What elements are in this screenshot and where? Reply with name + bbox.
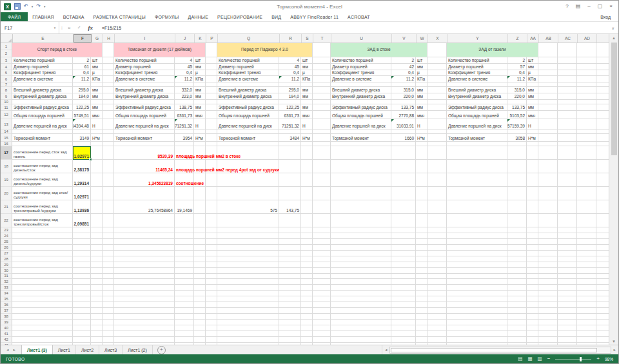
cell-AD22[interactable]: [577, 214, 596, 227]
cell-T41[interactable]: [313, 331, 331, 337]
cell-AA40[interactable]: [527, 325, 538, 331]
cell-R17[interactable]: [279, 146, 301, 160]
cell-AC28[interactable]: [558, 256, 577, 262]
cell-Y8[interactable]: Внешний диаметр диска: [447, 87, 507, 93]
cell-R4[interactable]: 45: [279, 64, 301, 70]
cell-AB23[interactable]: [538, 227, 558, 233]
cell-X25[interactable]: [427, 239, 447, 245]
cell-Y23[interactable]: [447, 227, 507, 233]
cell-H39[interactable]: [103, 320, 114, 325]
cell-AB24[interactable]: [538, 233, 558, 239]
cell-U40[interactable]: [331, 325, 391, 331]
cell-X4[interactable]: [427, 64, 447, 70]
cell-AC8[interactable]: [558, 87, 577, 93]
cell-T37[interactable]: [313, 308, 331, 314]
cell-AB22[interactable]: [538, 214, 558, 227]
cell-AB4[interactable]: [538, 64, 558, 70]
cell-AB11[interactable]: [538, 104, 558, 111]
cell-R33[interactable]: [279, 285, 301, 291]
row-header-16[interactable]: 16: [1, 142, 12, 146]
cell-E32[interactable]: [12, 279, 73, 285]
cell-Q31[interactable]: [217, 274, 279, 280]
sheet-tab-лист1[interactable]: Лист1: [53, 345, 76, 354]
cell-W16[interactable]: [416, 142, 427, 146]
cell-G18[interactable]: [91, 160, 103, 173]
cell-T24[interactable]: [313, 233, 331, 239]
cell-AC16[interactable]: [558, 142, 577, 146]
cell-T16[interactable]: [313, 142, 331, 146]
cell-Z3[interactable]: 2: [507, 57, 527, 64]
cell-J31[interactable]: [175, 274, 194, 280]
cell-S27[interactable]: [301, 251, 313, 256]
cell-V9[interactable]: 220,0: [391, 93, 416, 100]
cell-G15[interactable]: Н*м: [91, 134, 103, 142]
row-header-36[interactable]: 36: [1, 302, 12, 308]
cell-AD42[interactable]: [577, 337, 596, 343]
cell-Z12[interactable]: 5103,52: [507, 111, 527, 119]
cell-AB27[interactable]: [538, 251, 558, 256]
cell-AA24[interactable]: [527, 233, 538, 239]
cell-W20[interactable]: [416, 187, 427, 200]
cell-U10[interactable]: [331, 100, 391, 104]
cell-X42[interactable]: [427, 337, 447, 343]
cell-T22[interactable]: [313, 214, 331, 227]
cell-R20[interactable]: [279, 187, 301, 200]
col-header-U[interactable]: U: [331, 34, 392, 43]
cell-AD40[interactable]: [577, 325, 596, 331]
cell-I42[interactable]: [114, 337, 175, 343]
cell-Q41[interactable]: [217, 331, 279, 337]
cell-AC17[interactable]: [558, 146, 577, 160]
cell-G22[interactable]: [91, 214, 103, 227]
cell-Q10[interactable]: [217, 100, 279, 104]
col-header-Y[interactable]: Y: [447, 34, 508, 43]
cell-V38[interactable]: [391, 314, 416, 320]
cell-Y14[interactable]: [447, 129, 507, 134]
cell-J7[interactable]: [175, 82, 194, 87]
cell-Q13[interactable]: Давление поршней на диск: [217, 119, 279, 129]
cell-E29[interactable]: [12, 262, 73, 268]
cell-E22[interactable]: соотношение перед зад трехлитровый/сток: [12, 214, 73, 227]
cell-AA43[interactable]: [527, 343, 538, 345]
horizontal-scrollbar[interactable]: ◄ ►: [382, 345, 618, 354]
cell-AD16[interactable]: [577, 142, 596, 146]
cell-T31[interactable]: [313, 274, 331, 280]
cell-U8[interactable]: Внешний диаметр диска: [331, 87, 391, 93]
cell-T29[interactable]: [313, 262, 331, 268]
row-header-28[interactable]: 28: [1, 256, 12, 262]
row-header-33[interactable]: 33: [1, 285, 12, 291]
cell-U29[interactable]: [331, 262, 391, 268]
cell-AB34[interactable]: [538, 291, 558, 296]
cell-K9[interactable]: мм: [194, 93, 206, 100]
view-page-layout-icon[interactable]: ▦: [527, 356, 532, 361]
cell-I26[interactable]: [114, 245, 175, 251]
cell-J13[interactable]: 71251,32: [175, 119, 194, 129]
cell-H9[interactable]: [103, 93, 114, 100]
ribbon-tab-вставка[interactable]: ВСТАВКА: [59, 12, 89, 21]
cell-AD10[interactable]: [577, 100, 596, 104]
col-header-I[interactable]: I: [115, 34, 175, 43]
row-header-10[interactable]: 10: [1, 100, 12, 104]
cell-S39[interactable]: [301, 320, 313, 325]
cell-AA13[interactable]: Н: [527, 119, 538, 129]
cell-H15[interactable]: [103, 134, 114, 142]
cell-P8[interactable]: [206, 87, 217, 93]
cell-AC34[interactable]: [558, 291, 577, 296]
cell-J19[interactable]: соотношение: [175, 173, 194, 187]
cell-V16[interactable]: [391, 142, 416, 146]
cell-W30[interactable]: [416, 268, 427, 274]
cell-U19[interactable]: [331, 173, 391, 187]
cell-H32[interactable]: [103, 279, 114, 285]
cell-E19[interactable]: соотношение перед зад дизель/судзуки: [12, 173, 73, 187]
cell-Z32[interactable]: [507, 279, 527, 285]
cell-AB26[interactable]: [538, 245, 558, 251]
cell-AD28[interactable]: [577, 256, 596, 262]
cell-U32[interactable]: [331, 279, 391, 285]
cell-Z9[interactable]: 220,0: [507, 93, 527, 100]
cell-R24[interactable]: [279, 233, 301, 239]
cell-R26[interactable]: [279, 245, 301, 251]
cell-X26[interactable]: [427, 245, 447, 251]
cell-Q12[interactable]: Общая площадь поршней: [217, 111, 279, 119]
cell-AB14[interactable]: [538, 129, 558, 134]
cell-I35[interactable]: [114, 296, 175, 302]
cell-G42[interactable]: [91, 337, 103, 343]
